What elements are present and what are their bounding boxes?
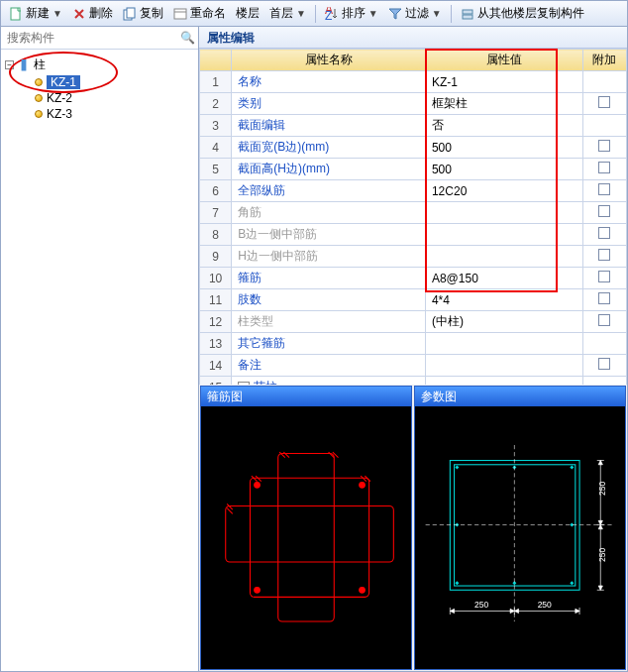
- new-button[interactable]: 新建▼: [5, 3, 66, 24]
- tree-item-label: KZ-3: [47, 107, 72, 121]
- search-icon[interactable]: 🔍: [176, 27, 198, 49]
- prop-value[interactable]: [425, 224, 582, 246]
- property-row[interactable]: 9H边一侧中部筋: [200, 246, 627, 268]
- prop-value[interactable]: [425, 333, 582, 355]
- rownum: 1: [200, 71, 232, 93]
- prop-value[interactable]: [425, 202, 582, 224]
- prop-value[interactable]: 否: [425, 115, 582, 137]
- prop-extra[interactable]: [582, 93, 626, 115]
- rename-button[interactable]: 重命名: [169, 3, 230, 24]
- prop-extra[interactable]: [582, 71, 626, 93]
- property-row[interactable]: 15+芯柱: [200, 377, 627, 386]
- tree-root-column[interactable]: − 柱: [5, 56, 194, 74]
- checkbox[interactable]: [598, 314, 610, 326]
- property-row[interactable]: 2类别框架柱: [200, 93, 627, 115]
- copy-button[interactable]: 复制: [119, 3, 167, 24]
- prop-value[interactable]: (中柱): [425, 311, 582, 333]
- prop-extra[interactable]: [582, 289, 626, 311]
- svg-rect-3: [174, 9, 186, 19]
- property-row[interactable]: 13其它箍筋: [200, 333, 627, 355]
- prop-extra[interactable]: [582, 333, 626, 355]
- rownum: 12: [200, 311, 232, 333]
- expand-icon[interactable]: +: [238, 382, 249, 385]
- prop-value[interactable]: KZ-1: [425, 71, 582, 93]
- property-row[interactable]: 6全部纵筋12C20: [200, 180, 627, 202]
- copyfrom-button[interactable]: 从其他楼层复制构件: [457, 3, 588, 24]
- prop-value[interactable]: 500: [425, 137, 582, 159]
- checkbox[interactable]: [598, 140, 610, 152]
- checkbox[interactable]: [598, 205, 610, 217]
- rownum: 6: [200, 180, 232, 202]
- property-row[interactable]: 10箍筋A8@150: [200, 268, 627, 289]
- prop-extra[interactable]: [582, 355, 626, 377]
- prop-extra[interactable]: [582, 137, 626, 159]
- prop-value[interactable]: [425, 355, 582, 377]
- prop-value[interactable]: A8@150: [425, 268, 582, 289]
- property-row[interactable]: 1名称KZ-1: [200, 71, 627, 93]
- property-row[interactable]: 5截面高(H边)(mm)500: [200, 159, 627, 180]
- prop-name: 截面编辑: [232, 115, 426, 137]
- prop-extra[interactable]: [582, 246, 626, 268]
- svg-rect-20: [570, 466, 574, 470]
- tree-item-KZ-3[interactable]: KZ-3: [35, 106, 194, 122]
- prop-value[interactable]: 框架柱: [425, 93, 582, 115]
- checkbox[interactable]: [598, 271, 610, 282]
- prop-name: 名称: [232, 71, 426, 93]
- prop-value[interactable]: 12C20: [425, 180, 582, 202]
- property-row[interactable]: 12柱类型(中柱): [200, 311, 627, 333]
- column-icon: [18, 59, 30, 71]
- property-row[interactable]: 14备注: [200, 355, 627, 377]
- svg-rect-10: [278, 454, 335, 622]
- checkbox[interactable]: [598, 96, 610, 108]
- search-input[interactable]: [1, 27, 176, 49]
- property-row[interactable]: 3截面编辑否: [200, 115, 627, 137]
- home-dropdown[interactable]: 首层▼: [265, 3, 310, 24]
- sort-button[interactable]: AZ排序▼: [321, 3, 382, 24]
- checkbox[interactable]: [598, 249, 610, 261]
- rownum: 8: [200, 224, 232, 246]
- prop-name: 其它箍筋: [232, 333, 426, 355]
- prop-extra[interactable]: [582, 159, 626, 180]
- prop-value[interactable]: 4*4: [425, 289, 582, 311]
- bullet-icon: [35, 78, 43, 86]
- checkbox[interactable]: [598, 292, 610, 304]
- svg-point-15: [360, 588, 366, 594]
- svg-rect-9: [250, 479, 368, 598]
- property-row[interactable]: 7角筋: [200, 202, 627, 224]
- checkbox[interactable]: [598, 358, 610, 370]
- param-diagram-panel: 参数图: [414, 386, 626, 670]
- svg-rect-0: [11, 8, 20, 20]
- collapse-icon[interactable]: −: [5, 60, 14, 69]
- checkbox[interactable]: [598, 227, 610, 239]
- prop-name: H边一侧中部筋: [232, 246, 426, 268]
- stirrup-canvas[interactable]: [201, 406, 411, 669]
- property-grid: 属性名称 属性值 附加 1名称KZ-12类别框架柱3截面编辑否4截面宽(B边)(…: [199, 49, 627, 385]
- checkbox[interactable]: [598, 183, 610, 195]
- checkbox[interactable]: [598, 162, 610, 173]
- prop-extra[interactable]: [582, 377, 626, 386]
- col-value: 属性值: [425, 50, 582, 71]
- prop-value[interactable]: [425, 377, 582, 386]
- tree-item-KZ-2[interactable]: KZ-2: [35, 90, 194, 106]
- param-canvas[interactable]: 250 250 250 250: [415, 406, 625, 669]
- prop-extra[interactable]: [582, 115, 626, 137]
- prop-name: 箍筋: [232, 268, 426, 289]
- tree-item-KZ-1[interactable]: KZ-1: [35, 74, 194, 90]
- property-row[interactable]: 4截面宽(B边)(mm)500: [200, 137, 627, 159]
- prop-extra[interactable]: [582, 180, 626, 202]
- prop-extra[interactable]: [582, 311, 626, 333]
- prop-extra[interactable]: [582, 268, 626, 289]
- filter-button[interactable]: 过滤▼: [384, 3, 446, 24]
- prop-extra[interactable]: [582, 202, 626, 224]
- rownum: 10: [200, 268, 232, 289]
- svg-rect-18: [455, 466, 459, 470]
- stirrup-diagram-panel: 箍筋图: [200, 386, 412, 670]
- property-row[interactable]: 11肢数4*4: [200, 289, 627, 311]
- property-row[interactable]: 8B边一侧中部筋: [200, 224, 627, 246]
- floor-dropdown[interactable]: 楼层: [232, 3, 263, 24]
- prop-extra[interactable]: [582, 224, 626, 246]
- rownum: 2: [200, 93, 232, 115]
- prop-value[interactable]: 500: [425, 159, 582, 180]
- prop-value[interactable]: [425, 246, 582, 268]
- delete-button[interactable]: 删除: [68, 3, 117, 24]
